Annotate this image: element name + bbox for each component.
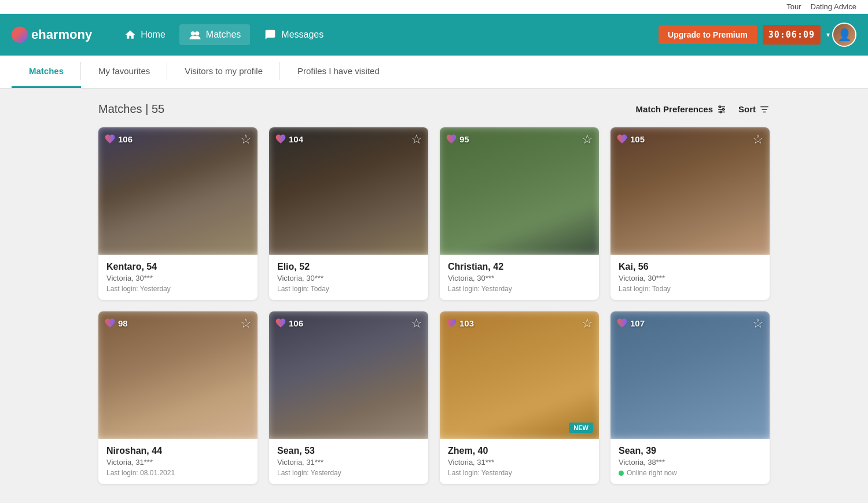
profile-name: Zhem, 40: [448, 446, 591, 456]
profile-card[interactable]: 103 ☆ NEW Zhem, 40 Victoria, 31*** Last …: [440, 311, 599, 484]
favourite-button[interactable]: ☆: [582, 316, 593, 331]
card-image-wrap: 98 ☆: [98, 311, 258, 439]
card-image-wrap: 106 ☆: [98, 127, 258, 255]
profile-card[interactable]: 104 ☆ Elio, 52 Victoria, 30*** Last logi…: [269, 127, 428, 300]
nav-messages[interactable]: Messages: [255, 24, 333, 45]
card-login: Last login: Today: [619, 285, 762, 293]
nav-matches[interactable]: Matches: [179, 24, 250, 45]
profile-photo: [98, 311, 258, 439]
avatar: 👤: [832, 23, 856, 47]
heart-icon: [446, 133, 457, 145]
card-image-wrap: 104 ☆: [269, 127, 428, 255]
card-login: Last login: Yesterday: [448, 469, 591, 477]
favourite-button[interactable]: ☆: [411, 132, 422, 147]
profile-name: Christian, 42: [448, 262, 591, 272]
profile-name: Sean, 53: [277, 446, 420, 456]
matches-icon: [189, 29, 201, 41]
sort-button[interactable]: Sort: [738, 104, 770, 115]
profile-location: Victoria, 31***: [448, 458, 591, 467]
sort-label: Sort: [738, 104, 756, 114]
profile-photo: [269, 127, 428, 255]
tabs-bar: Matches My favourites Visitors to my pro…: [0, 56, 868, 89]
profile-card[interactable]: 105 ☆ Kai, 56 Victoria, 30*** Last login…: [610, 127, 770, 300]
upgrade-button[interactable]: Upgrade to Premium: [659, 25, 757, 44]
main-content: Matches | 55 Match Preferences Sort: [87, 89, 781, 498]
heart-icon: [104, 317, 116, 329]
card-info: Elio, 52 Victoria, 30*** Last login: Tod…: [269, 255, 428, 300]
profile-location: Victoria, 31***: [106, 458, 249, 467]
new-badge: NEW: [569, 423, 593, 433]
compatibility-score: 105: [616, 133, 645, 145]
matches-count: | 55: [145, 102, 164, 115]
home-icon: [124, 29, 136, 41]
favourite-button[interactable]: ☆: [240, 132, 252, 147]
match-prefs-label: Match Preferences: [636, 104, 713, 114]
heart-icon: [446, 317, 457, 329]
profile-photo: [610, 127, 770, 255]
nav-links: Home Matches Messages: [115, 24, 659, 45]
profile-photo: [440, 311, 599, 439]
card-login: Last login: Today: [277, 285, 420, 293]
card-login: Last login: Yesterday: [277, 469, 420, 477]
svg-point-7: [720, 111, 722, 113]
card-image-wrap: 107 ☆: [610, 311, 770, 439]
main-nav: eharmony Home Matches Messages Upgrade t…: [0, 14, 868, 56]
card-image-wrap: 95 ☆: [440, 127, 599, 255]
tab-my-favourites[interactable]: My favourites: [81, 56, 167, 88]
header-actions: Match Preferences Sort: [636, 104, 770, 115]
tab-visitors[interactable]: Visitors to my profile: [167, 56, 280, 88]
tab-matches[interactable]: Matches: [12, 56, 81, 88]
profile-name: Sean, 39: [619, 446, 762, 456]
card-info: Sean, 53 Victoria, 31*** Last login: Yes…: [269, 439, 428, 484]
svg-point-5: [719, 106, 721, 108]
logo[interactable]: eharmony: [12, 27, 92, 43]
card-info: Christian, 42 Victoria, 30*** Last login…: [440, 255, 599, 300]
card-login: Last login: Yesterday: [106, 285, 249, 293]
card-image-wrap: 105 ☆: [610, 127, 770, 255]
favourite-button[interactable]: ☆: [582, 132, 593, 147]
profile-location: Victoria, 30***: [448, 274, 591, 282]
tour-link[interactable]: Tour: [786, 2, 801, 11]
favourite-button[interactable]: ☆: [752, 316, 764, 331]
card-info: Zhem, 40 Victoria, 31*** Last login: Yes…: [440, 439, 599, 484]
compatibility-score: 98: [104, 317, 128, 329]
nav-home[interactable]: Home: [115, 24, 175, 45]
profile-location: Victoria, 30***: [619, 274, 762, 282]
favourite-button[interactable]: ☆: [411, 316, 422, 331]
favourite-button[interactable]: ☆: [240, 316, 252, 331]
sort-icon: [759, 104, 770, 115]
matches-header: Matches | 55 Match Preferences Sort: [98, 102, 770, 116]
profile-card[interactable]: 106 ☆ Kentaro, 54 Victoria, 30*** Last l…: [98, 127, 258, 300]
card-info: Niroshan, 44 Victoria, 31*** Last login:…: [98, 439, 258, 484]
heart-icon: [104, 133, 116, 145]
card-login: Online right now: [619, 469, 762, 477]
profile-card[interactable]: 106 ☆ Sean, 53 Victoria, 31*** Last logi…: [269, 311, 428, 484]
sliders-icon: [716, 104, 727, 115]
profile-photo: [440, 127, 599, 255]
avatar-menu[interactable]: ▾ 👤: [826, 23, 856, 47]
profile-location: Victoria, 38***: [619, 458, 762, 467]
logo-icon: [12, 27, 28, 43]
compatibility-score: 104: [275, 133, 303, 145]
profile-photo: [610, 311, 770, 439]
profile-name: Niroshan, 44: [106, 446, 249, 456]
dating-advice-link[interactable]: Dating Advice: [811, 2, 857, 11]
top-links-bar: Tour Dating Advice: [0, 0, 868, 14]
profile-location: Victoria, 30***: [106, 274, 249, 282]
compatibility-score: 95: [446, 133, 469, 145]
heart-icon: [275, 317, 286, 329]
card-image-wrap: 103 ☆ NEW: [440, 311, 599, 439]
match-preferences-button[interactable]: Match Preferences: [636, 104, 727, 115]
profile-card[interactable]: 95 ☆ Christian, 42 Victoria, 30*** Last …: [440, 127, 599, 300]
card-login: Last login: 08.01.2021: [106, 469, 249, 477]
tab-profiles-visited[interactable]: Profiles I have visited: [280, 56, 397, 88]
favourite-button[interactable]: ☆: [752, 132, 764, 147]
card-info: Sean, 39 Victoria, 38*** Online right no…: [610, 439, 770, 484]
profile-card[interactable]: 98 ☆ Niroshan, 44 Victoria, 31*** Last l…: [98, 311, 258, 484]
nav-right: Upgrade to Premium 30:06:09 ▾ 👤: [659, 23, 856, 47]
compatibility-score: 106: [275, 317, 303, 329]
card-login: Last login: Yesterday: [448, 285, 591, 293]
messages-icon: [264, 29, 277, 41]
compatibility-score: 107: [616, 317, 645, 329]
profile-card[interactable]: 107 ☆ Sean, 39 Victoria, 38*** Online ri…: [610, 311, 770, 484]
